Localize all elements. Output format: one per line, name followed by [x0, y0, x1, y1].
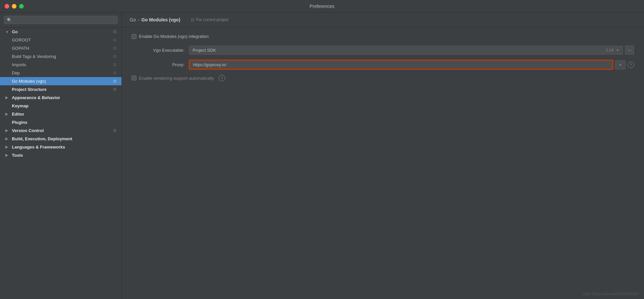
vendoring-help-button[interactable]: ?: [219, 75, 225, 81]
copy-icon: ⊡: [113, 128, 116, 133]
sidebar-item-version-control[interactable]: ▶ Version Control ⊡: [0, 126, 121, 135]
vendoring-checkbox[interactable]: [132, 76, 136, 80]
proxy-row: Proxy: ▼ ?: [132, 60, 634, 69]
watermark: https://blog.csdn.net/WZG6666666: [583, 292, 639, 296]
breadcrumb-current: Go Modules (vgo): [141, 17, 180, 22]
sidebar-item-keymap-label: Keymap: [12, 103, 29, 108]
vendoring-label: Enable vendoring support automatically: [139, 76, 214, 81]
proxy-help-button[interactable]: ?: [628, 62, 634, 68]
title-bar: Preferences: [0, 0, 644, 13]
proxy-input-wrapper: ▼ ?: [189, 60, 634, 69]
sidebar-item-go-label: Go: [12, 29, 18, 34]
panel-body: Enable Go Modules (vgo) integration Vgo …: [122, 27, 644, 299]
sidebar-item-tools[interactable]: ▶ Tools: [0, 151, 121, 159]
proxy-dropdown[interactable]: ▼: [615, 60, 626, 69]
minimize-button[interactable]: [12, 4, 16, 9]
traffic-lights: [5, 4, 24, 9]
sidebar-item-build-exec[interactable]: ▶ Build, Execution, Deployment: [0, 135, 121, 143]
sidebar-item-version-control-label: Version Control: [12, 128, 44, 133]
maximize-button[interactable]: [19, 4, 24, 9]
dropdown-arrow-icon: ▼: [616, 48, 619, 52]
arrow-right-icon: ▶: [5, 137, 11, 141]
sidebar-item-languages-label: Languages & Frameworks: [12, 145, 65, 150]
proxy-input[interactable]: [193, 62, 609, 67]
copy-icon: ⊡: [113, 63, 116, 67]
sidebar-item-imports-label: Imports: [12, 62, 26, 67]
sidebar-item-dep[interactable]: Dep ⊡: [0, 69, 121, 77]
sidebar-item-goroot-label: GOROOT: [12, 38, 31, 42]
sidebar-item-build-tags-label: Build Tags & Vendoring: [12, 54, 56, 59]
sidebar-item-go-modules[interactable]: Go Modules (vgo) ⊡: [0, 77, 121, 85]
copy-icon: ⊡: [113, 38, 116, 42]
arrow-right-icon: ▶: [5, 95, 11, 100]
sidebar-item-languages[interactable]: ▶ Languages & Frameworks: [0, 143, 121, 151]
arrow-right-icon: ▶: [5, 112, 11, 116]
right-panel: Go › Go Modules (vgo) ⊡ For current proj…: [122, 13, 644, 299]
enable-modules-label: Enable Go Modules (vgo) integration: [139, 34, 209, 39]
enable-modules-row: Enable Go Modules (vgo) integration: [132, 34, 634, 39]
arrow-right-icon: ▶: [5, 145, 11, 149]
proxy-label: Proxy:: [132, 62, 184, 67]
arrow-right-icon: ▶: [5, 128, 11, 133]
preferences-window: Preferences 🔍 ▼ Go ⊡ GOROOT ⊡: [0, 0, 644, 299]
breadcrumb-separator: ›: [138, 17, 140, 22]
vendoring-row: Enable vendoring support automatically ?: [132, 75, 634, 81]
copy-icon: ⊡: [113, 46, 116, 50]
sidebar-item-gopath[interactable]: GOPATH ⊡: [0, 44, 121, 52]
sidebar-item-appearance-behavior-label: Appearance & Behavior: [12, 95, 60, 100]
sidebar-item-dep-label: Dep: [12, 70, 20, 75]
sidebar-item-build-tags[interactable]: Build Tags & Vendoring ⊡: [0, 52, 121, 61]
panel-header: Go › Go Modules (vgo) ⊡ For current proj…: [122, 13, 644, 27]
arrow-right-icon: ▶: [5, 153, 11, 157]
proxy-dropdown-arrow-icon: ▼: [619, 63, 622, 67]
sidebar-item-tools-label: Tools: [12, 153, 23, 158]
sidebar-item-plugins[interactable]: ▶ Plugins: [0, 118, 121, 126]
copy-icon: ⊡: [113, 87, 116, 92]
search-input[interactable]: [14, 17, 115, 22]
vgo-executable-label: Vgo Executable:: [132, 48, 184, 53]
sidebar-item-appearance-behavior[interactable]: ▶ Appearance & Behavior: [0, 94, 121, 102]
sidebar-item-goroot[interactable]: GOROOT ⊡: [0, 36, 121, 44]
sidebar-item-gopath-label: GOPATH: [12, 46, 29, 51]
proxy-field[interactable]: [189, 60, 613, 69]
main-content: 🔍 ▼ Go ⊡ GOROOT ⊡ GOPATH ⊡: [0, 13, 644, 299]
close-button[interactable]: [5, 4, 9, 9]
sidebar-item-plugins-label: Plugins: [12, 120, 27, 125]
copy-icon: ⊡: [113, 30, 116, 34]
breadcrumb-parent: Go: [130, 17, 136, 22]
sidebar-item-build-exec-label: Build, Execution, Deployment: [12, 136, 72, 141]
breadcrumb: Go › Go Modules (vgo): [130, 17, 180, 22]
sidebar: 🔍 ▼ Go ⊡ GOROOT ⊡ GOPATH ⊡: [0, 13, 122, 299]
sidebar-item-go[interactable]: ▼ Go ⊡: [0, 28, 121, 36]
sidebar-item-go-modules-label: Go Modules (vgo): [12, 79, 46, 84]
copy-icon: ⊡: [113, 54, 116, 59]
sdk-version: 1.14: [606, 48, 613, 52]
more-button[interactable]: ···: [625, 45, 634, 55]
vgo-executable-row: Vgo Executable: Project SDK 1.14 ▼ ···: [132, 45, 634, 55]
enable-modules-checkbox[interactable]: [132, 34, 136, 39]
search-icon: 🔍: [7, 18, 12, 22]
for-project-text: For current project: [196, 17, 228, 22]
copy-icon: ⊡: [113, 71, 116, 75]
sidebar-item-editor-label: Editor: [12, 112, 24, 117]
arrow-down-icon: ▼: [5, 30, 11, 34]
for-project-icon: ⊡: [191, 17, 194, 22]
for-project-label: ⊡ For current project: [191, 17, 228, 22]
window-title: Preferences: [309, 4, 334, 9]
vgo-control-wrapper: Project SDK 1.14 ▼ ···: [189, 45, 634, 55]
vgo-value: Project SDK: [193, 48, 216, 53]
sidebar-item-keymap[interactable]: ▶ Keymap: [0, 102, 121, 110]
vgo-select[interactable]: Project SDK 1.14 ▼: [189, 46, 623, 55]
search-bar: 🔍: [0, 13, 121, 28]
search-wrapper[interactable]: 🔍: [4, 16, 118, 24]
sidebar-item-editor[interactable]: ▶ Editor: [0, 110, 121, 118]
select-right: 1.14 ▼: [606, 48, 619, 52]
sidebar-item-project-structure-label: Project Structure: [12, 87, 46, 92]
sidebar-item-imports[interactable]: Imports ⊡: [0, 61, 121, 69]
copy-icon-active: ⊡: [113, 79, 116, 83]
sidebar-item-project-structure[interactable]: ▶ Project Structure ⊡: [0, 85, 121, 94]
